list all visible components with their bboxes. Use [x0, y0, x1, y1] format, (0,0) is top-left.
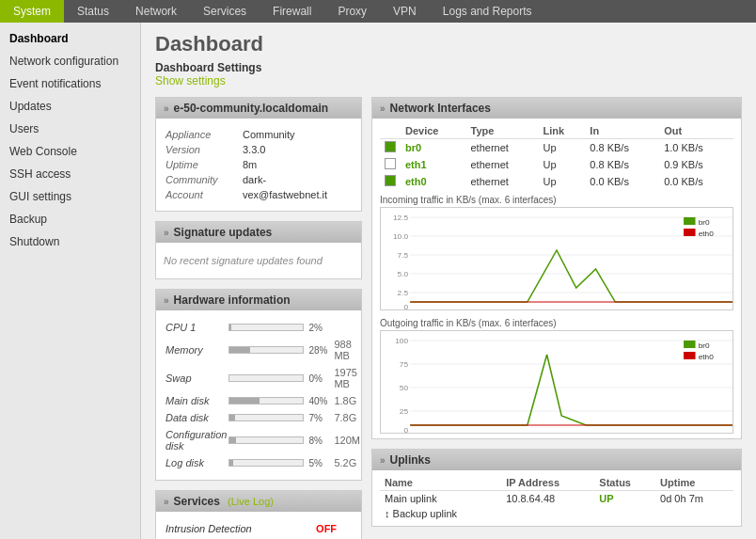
svg-text:0: 0: [403, 426, 408, 434]
sidebar-item-web-console[interactable]: Web Console: [0, 140, 140, 163]
svg-text:12.5: 12.5: [393, 214, 409, 222]
net-link-eth1: Up: [538, 156, 585, 173]
hw-pct-swap: 0%: [308, 373, 332, 384]
net-in-eth1: 0.8 KB/s: [585, 156, 659, 173]
outgoing-chart: Outgoing traffic in KB/s (max. 6 interfa…: [380, 318, 733, 434]
appliance-label-appliance: Appliance: [165, 128, 241, 141]
hw-row-memory: Memory 28% 988 MB: [165, 337, 360, 363]
svg-text:7.5: 7.5: [398, 251, 409, 260]
appliance-label-community: Community: [165, 173, 241, 186]
hw-size-datadisk: 7.8G: [334, 410, 360, 425]
nav-item-firewall[interactable]: Firewall: [260, 0, 324, 23]
sidebar-item-gui-settings[interactable]: GUI settings: [0, 185, 140, 208]
uplinks-ip-backup: [501, 506, 594, 521]
appliance-value-appliance: Community: [243, 128, 352, 141]
uplinks-panel: » Uplinks Name IP Address Status Uptime: [371, 449, 742, 527]
sidebar-item-users[interactable]: Users: [0, 118, 140, 140]
uplinks-panel-title: Uplinks: [390, 453, 431, 467]
uplinks-row-backup: ↕ Backup uplink: [380, 506, 733, 521]
services-panel-header: » Services (Live Log): [156, 491, 361, 512]
nav-item-vpn[interactable]: VPN: [380, 0, 430, 23]
net-device-br0: br0: [405, 142, 421, 153]
nav-item-services[interactable]: Services: [190, 0, 260, 23]
hw-size-maindisk: 1.8G: [334, 393, 360, 408]
appliance-label-uptime: Uptime: [165, 158, 241, 171]
svg-text:75: 75: [400, 360, 409, 369]
net-out-eth0: 0.0 KB/s: [659, 173, 733, 190]
nav-item-logs[interactable]: Logs and Reports: [430, 0, 545, 23]
net-type-br0: ethernet: [466, 139, 539, 157]
nav-item-system[interactable]: System: [0, 0, 64, 23]
hardware-panel-title: Hardware information: [174, 293, 291, 307]
net-type-eth0: ethernet: [466, 173, 539, 190]
dashboard-settings-label: Dashboard Settings: [155, 61, 742, 74]
net-checkbox-br0[interactable]: [385, 141, 396, 152]
sidebar-item-event-notifications[interactable]: Event notifications: [0, 72, 140, 95]
hardware-panel-header: » Hardware information: [156, 290, 361, 310]
svg-text:100: 100: [395, 337, 408, 345]
net-header-in: In: [585, 123, 659, 139]
hw-row-swap: Swap 0% 1975 MB: [165, 365, 360, 391]
hw-label-configdisk: Configuration disk: [165, 427, 227, 453]
signature-panel-header: » Signature updates: [156, 222, 361, 243]
page-title: Dashboard: [155, 32, 742, 56]
hw-label-swap: Swap: [165, 365, 227, 391]
net-in-eth0: 0.0 KB/s: [585, 173, 659, 190]
svg-text:0: 0: [403, 303, 408, 310]
sidebar-item-updates[interactable]: Updates: [0, 95, 140, 118]
net-header-device: Device: [401, 123, 466, 139]
net-device-eth0: eth0: [405, 176, 427, 187]
appliance-label-version: Version: [165, 143, 241, 156]
uplinks-header-uptime: Uptime: [655, 475, 733, 491]
show-settings-link[interactable]: Show settings: [155, 74, 226, 87]
hw-row-logdisk: Log disk 5% 5.2G: [165, 455, 360, 470]
net-in-br0: 0.8 KB/s: [585, 139, 659, 157]
uplinks-status-backup: [594, 506, 655, 521]
uplinks-header-ip: IP Address: [501, 475, 594, 491]
service-status-intrusion: OFF: [316, 523, 337, 534]
sidebar-item-ssh[interactable]: SSH access: [0, 163, 140, 185]
panel-arrow-icon3: »: [164, 295, 169, 306]
hw-size-cpu: [334, 320, 360, 335]
sidebar-item-dashboard[interactable]: Dashboard: [0, 27, 140, 50]
hw-row-cpu: CPU 1 2%: [165, 320, 360, 335]
appliance-value-account: vex@fastwebnet.it: [243, 188, 352, 201]
live-log-label[interactable]: (Live Log): [225, 496, 274, 507]
appliance-panel: » e-50-community.localdomain ApplianceCo…: [155, 97, 362, 212]
sidebar-item-backup[interactable]: Backup: [0, 208, 140, 230]
panel-arrow-icon2: »: [164, 228, 169, 238]
incoming-chart: Incoming traffic in KB/s (max. 6 interfa…: [380, 195, 733, 310]
sidebar-item-network-config[interactable]: Network configuration: [0, 50, 140, 72]
hw-size-swap: 1975 MB: [334, 365, 360, 391]
sidebar-item-shutdown[interactable]: Shutdown: [0, 230, 140, 253]
svg-rect-11: [684, 217, 695, 225]
net-row-eth0: eth0 ethernet Up 0.0 KB/s 0.0 KB/s: [380, 173, 733, 190]
panel-arrow-icon: »: [164, 103, 169, 114]
uplinks-uptime-backup: [655, 506, 733, 521]
network-interfaces-header: » Network Interfaces: [372, 98, 741, 119]
net-checkbox-eth1[interactable]: [385, 158, 396, 169]
uplinks-row-main: Main uplink 10.8.64.48 UP 0d 0h 7m: [380, 491, 733, 507]
hw-pct-cpu: 2%: [308, 323, 332, 333]
svg-text:10.0: 10.0: [393, 232, 409, 241]
hw-label-memory: Memory: [165, 337, 227, 363]
appliance-value-uptime: 8m: [243, 158, 352, 171]
nav-item-network[interactable]: Network: [122, 0, 190, 23]
net-device-eth1: eth1: [405, 159, 427, 170]
hw-label-logdisk: Log disk: [165, 455, 227, 470]
uplinks-name-main: Main uplink: [380, 491, 501, 507]
service-label-intrusion: Intrusion Detection: [165, 521, 314, 536]
net-out-eth1: 0.9 KB/s: [659, 156, 733, 173]
uplinks-header-status: Status: [594, 475, 655, 491]
net-checkbox-eth0[interactable]: [385, 175, 396, 186]
outgoing-chart-title: Outgoing traffic in KB/s (max. 6 interfa…: [380, 318, 733, 328]
nav-item-proxy[interactable]: Proxy: [324, 0, 380, 23]
hw-pct-datadisk: 7%: [308, 413, 332, 423]
svg-text:5.0: 5.0: [398, 270, 409, 278]
nav-item-status[interactable]: Status: [64, 0, 122, 23]
svg-text:eth0: eth0: [699, 230, 715, 238]
appliance-label-account: Account: [165, 188, 241, 201]
hw-pct-maindisk: 40%: [308, 396, 332, 406]
svg-rect-24: [684, 341, 695, 348]
hw-row-maindisk: Main disk 40% 1.8G: [165, 393, 360, 408]
